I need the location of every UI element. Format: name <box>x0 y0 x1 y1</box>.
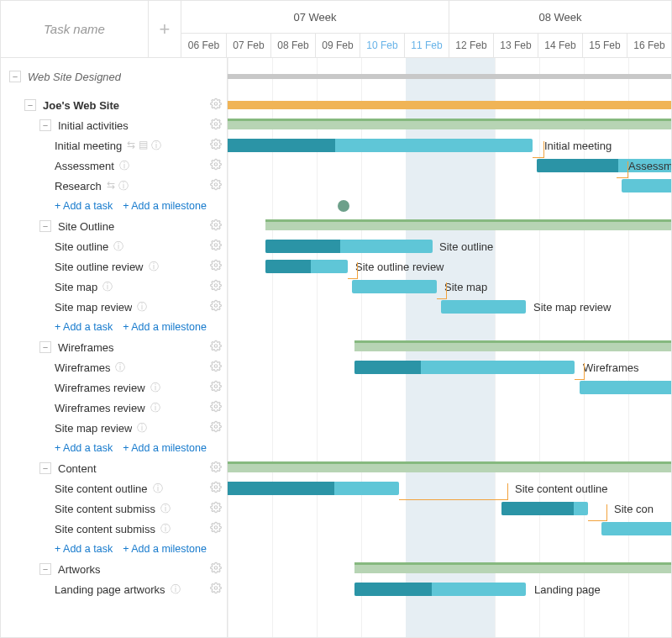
task-name[interactable]: Site content submiss <box>55 523 155 535</box>
gear-icon[interactable] <box>210 139 222 153</box>
task-name[interactable]: Wireframes review <box>55 382 145 394</box>
task-badges: ⓘ <box>137 421 147 435</box>
task-name[interactable]: Assessment <box>55 160 114 172</box>
task-name[interactable]: Content <box>58 462 97 475</box>
svg-point-12 <box>214 385 218 388</box>
task-bar[interactable] <box>354 583 526 596</box>
summary-bar[interactable] <box>228 101 671 109</box>
gear-icon[interactable] <box>210 98 222 113</box>
collapse-toggle[interactable]: − <box>9 71 21 82</box>
task-row: Site outline reviewⓘ <box>1 256 227 277</box>
summary-bar[interactable] <box>228 464 671 472</box>
task-name[interactable]: Site map review <box>55 422 132 435</box>
task-name[interactable]: Web Site Designed <box>28 71 121 83</box>
task-name[interactable]: Wireframes <box>55 361 110 374</box>
task-badges: ⓘ <box>137 300 147 314</box>
summary-bar[interactable] <box>228 74 671 79</box>
task-name[interactable]: Artworks <box>58 563 101 576</box>
summary-bar[interactable] <box>265 222 671 230</box>
svg-point-5 <box>214 224 218 227</box>
gear-icon[interactable] <box>210 340 222 355</box>
task-bar[interactable] <box>622 179 671 192</box>
task-bar[interactable] <box>228 482 399 495</box>
add-task-link[interactable]: + Add a task <box>55 200 113 212</box>
add-milestone-link[interactable]: + Add a milestone <box>123 543 207 555</box>
task-bar[interactable] <box>601 522 671 535</box>
task-list: −Web Site Designed−Joe's Web Site−Initia… <box>1 58 228 637</box>
gear-icon[interactable] <box>210 461 222 476</box>
add-task-link[interactable]: + Add a task <box>55 442 113 454</box>
gear-icon[interactable] <box>210 240 222 254</box>
gear-icon[interactable] <box>210 583 222 597</box>
bar-label: Initial meeting <box>544 140 612 152</box>
add-milestone-link[interactable]: + Add a milestone <box>123 200 207 212</box>
task-name[interactable]: Initial activities <box>58 119 129 132</box>
gear-icon[interactable] <box>210 401 222 415</box>
gear-icon[interactable] <box>210 300 222 314</box>
gear-icon[interactable] <box>210 482 222 496</box>
task-name[interactable]: Site content submiss <box>55 503 155 515</box>
task-name[interactable]: Site map review <box>55 301 132 314</box>
milestone-marker[interactable] <box>338 200 349 212</box>
gear-icon[interactable] <box>210 159 222 173</box>
gear-icon[interactable] <box>210 219 222 234</box>
task-name[interactable]: Wireframes review <box>55 402 145 414</box>
task-bar[interactable] <box>354 361 575 374</box>
collapse-toggle[interactable]: − <box>39 119 51 131</box>
task-bar[interactable] <box>501 502 588 515</box>
task-row: Wireframes reviewⓘ <box>1 377 227 398</box>
bar-label: Landing page <box>534 583 601 596</box>
task-name[interactable]: Site outline <box>55 240 108 253</box>
bar-label: Site content outline <box>515 482 608 495</box>
gear-icon[interactable] <box>210 502 222 516</box>
task-name[interactable]: Joe's Web Site <box>43 99 119 112</box>
timeline-row <box>228 418 671 438</box>
task-name[interactable]: Site content outline <box>55 482 148 495</box>
collapse-toggle[interactable]: − <box>39 462 51 474</box>
summary-bar[interactable] <box>354 343 671 351</box>
svg-point-7 <box>214 264 218 267</box>
link-icon: ⇆ <box>127 139 135 153</box>
task-name[interactable]: Site outline review <box>55 261 144 273</box>
gear-icon[interactable] <box>210 421 222 435</box>
gear-icon[interactable] <box>210 562 222 577</box>
task-name[interactable]: Initial meeting <box>55 140 122 152</box>
task-bar[interactable] <box>265 260 348 273</box>
task-bar[interactable] <box>580 381 671 394</box>
add-column-button[interactable]: + <box>149 1 181 57</box>
gear-icon[interactable] <box>210 179 222 193</box>
gear-icon[interactable] <box>210 280 222 294</box>
gear-icon[interactable] <box>210 361 222 375</box>
task-badges: ⓘ <box>160 522 171 536</box>
task-name[interactable]: Landing page artworks <box>55 583 165 596</box>
task-name[interactable]: Site map <box>55 281 97 293</box>
task-name[interactable]: Site Outline <box>58 220 114 233</box>
add-task-link[interactable]: + Add a task <box>55 321 113 333</box>
gear-icon[interactable] <box>210 119 222 133</box>
task-bar[interactable] <box>265 240 433 253</box>
add-milestone-link[interactable]: + Add a milestone <box>123 321 207 333</box>
task-name[interactable]: Research <box>55 180 102 192</box>
collapse-toggle[interactable]: − <box>39 341 51 353</box>
gear-icon[interactable] <box>210 381 222 395</box>
bar-label: Site outline review <box>355 261 444 273</box>
day-row: 06 Feb07 Feb08 Feb09 Feb10 Feb11 Feb12 F… <box>181 34 671 57</box>
gear-icon[interactable] <box>210 260 222 274</box>
collapse-toggle[interactable]: − <box>39 220 51 232</box>
collapse-toggle[interactable]: − <box>24 99 36 111</box>
svg-point-3 <box>214 163 218 166</box>
timeline[interactable]: Initial meetingAssessmSite outlineSite o… <box>228 58 671 637</box>
timeline-row <box>228 458 671 478</box>
task-bar[interactable] <box>352 280 437 293</box>
svg-point-9 <box>214 304 218 308</box>
task-name[interactable]: Wireframes <box>58 341 113 354</box>
collapse-toggle[interactable]: − <box>39 563 51 575</box>
task-bar[interactable] <box>441 300 526 314</box>
timeline-row <box>228 66 671 87</box>
summary-bar[interactable] <box>354 565 671 573</box>
add-milestone-link[interactable]: + Add a milestone <box>123 442 207 454</box>
gear-icon[interactable] <box>210 522 222 536</box>
summary-bar[interactable] <box>228 121 671 129</box>
task-bar[interactable] <box>228 139 533 152</box>
add-task-link[interactable]: + Add a task <box>55 543 113 555</box>
